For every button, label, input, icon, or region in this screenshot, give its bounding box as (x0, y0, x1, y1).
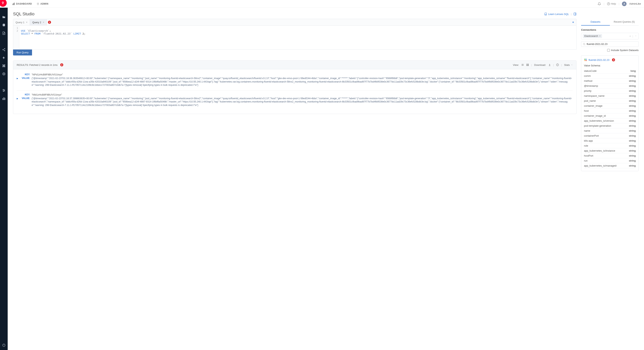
share-icon[interactable] (2, 48, 6, 52)
download-icon[interactable] (548, 64, 551, 66)
document-icon[interactable] (2, 32, 6, 35)
info-icon[interactable] (556, 64, 559, 66)
search-input[interactable] (587, 43, 637, 46)
tab-label: Query 2 (32, 21, 41, 24)
svg-point-20 (3, 91, 4, 92)
schema-row: app_kubernetes_io/instancestring (584, 148, 636, 153)
schema-row: app_kubernetes_io/managed-string (584, 163, 636, 168)
txt: * (30, 32, 34, 35)
puzzle-icon[interactable] (2, 64, 6, 68)
punct: ; (50, 29, 51, 32)
expand-icon[interactable]: ▶ (17, 77, 18, 80)
database-icon[interactable] (2, 24, 6, 27)
schema-type: string (629, 154, 636, 157)
expand-icon[interactable]: ▶ (17, 98, 18, 100)
schema-row: runstring (584, 158, 636, 163)
schema-field: comm (584, 75, 591, 77)
record-value: {"@timestamp":"2021-02-23T01:16:37.39986… (32, 97, 573, 107)
tab-badge: 1 (48, 21, 51, 24)
add-tab-button[interactable]: + (570, 19, 576, 26)
schema-row: containerPortstring (584, 133, 636, 138)
sql-editor[interactable]: 1 2 USE `Elasticsearch`; SELECT * FROM `… (13, 26, 576, 50)
view-label: View: (513, 64, 519, 66)
target-icon[interactable] (2, 72, 6, 76)
svg-point-11 (2, 49, 4, 50)
divider: | (632, 35, 633, 38)
schema-row: methodstring (584, 79, 636, 84)
help-link[interactable]: Help (607, 2, 616, 5)
chevron-down-icon[interactable] (634, 35, 637, 38)
results-badge: 2 (60, 63, 63, 66)
result-record: KEY: "NPd1zHcB8F8BUVG1tnyx" ▶ VALUE: {"@… (17, 70, 573, 91)
stats-dropdown[interactable]: Stats (564, 64, 573, 66)
page-title: SQL Studio (13, 12, 34, 17)
svg-rect-31 (527, 64, 528, 65)
include-system-checkbox[interactable] (607, 49, 610, 52)
svg-point-37 (558, 64, 558, 65)
run-query-button[interactable]: Run Query (13, 50, 32, 56)
nav-admin-label: ADMIN (40, 3, 48, 5)
sliders-icon[interactable] (2, 89, 6, 92)
kw: FROM (34, 32, 40, 35)
schema-list: statusCodelongcommstringmethodstring@tim… (584, 69, 636, 168)
close-icon[interactable]: × (26, 21, 28, 24)
tab-recent-queries[interactable]: Recent Queries (5) (610, 19, 639, 26)
svg-rect-33 (527, 65, 528, 66)
app-logo[interactable] (0, 0, 7, 7)
notifications-icon[interactable] (598, 2, 601, 6)
kw: SELECT (21, 32, 30, 35)
schema-type: string (629, 119, 636, 122)
left-rail (0, 8, 8, 350)
close-icon[interactable]: × (43, 21, 44, 24)
connection-chip[interactable]: Elasticsearch × (583, 34, 602, 38)
schema-type: string (629, 89, 636, 92)
connections-label: Connections (581, 29, 639, 31)
dataset-search[interactable] (581, 41, 639, 47)
divider: | (531, 64, 532, 66)
schema-row: pod-template-generationstring (584, 123, 636, 128)
clear-icon[interactable]: × (630, 35, 631, 38)
schema-field: containerPort (584, 134, 599, 137)
schema-row: prioritystring (584, 89, 636, 94)
view-list-icon[interactable] (521, 64, 524, 66)
schema-row: statusCodelong (584, 69, 636, 74)
tab-query-1[interactable]: Query 1 × (13, 19, 30, 25)
schema-row: @timestampstring (584, 84, 636, 89)
view-grid-icon[interactable] (526, 64, 529, 66)
schema-type: string (629, 114, 636, 117)
user-avatar[interactable]: A (622, 2, 626, 6)
schema-type: string (629, 164, 636, 167)
tab-datasets[interactable]: Datasets (581, 19, 610, 26)
dataset-type-icon (584, 58, 587, 61)
svg-point-42 (584, 60, 585, 61)
connections-box[interactable]: Elasticsearch × × | (581, 33, 639, 39)
dataset-name[interactable]: fluentd-2021.02.23 (588, 59, 609, 61)
schema-type: string (629, 104, 636, 107)
schema-field: pod_name (584, 99, 596, 102)
schema-type: string (629, 139, 636, 142)
lightning-icon[interactable] (2, 56, 6, 60)
nav-admin[interactable]: ADMIN (37, 3, 48, 5)
schema-row: app_kubernetes_io/versionstring (584, 118, 636, 123)
svg-point-10 (4, 48, 5, 49)
record-key-value: "NPd1zHcB8F8BUVG1tnyx" (32, 73, 63, 76)
user-name[interactable]: AdminLike (629, 2, 641, 5)
chart-icon[interactable] (2, 97, 6, 100)
txt: 2 (81, 32, 84, 35)
chip-remove-icon[interactable]: × (599, 35, 600, 38)
schema-field: app_kubernetes_io/instance (584, 149, 615, 152)
code-content[interactable]: USE `Elasticsearch`; SELECT * FROM `flue… (19, 26, 87, 49)
include-system-row[interactable]: Include System Datasets (581, 49, 639, 52)
nav-dashboard[interactable]: DASHBOARD (12, 3, 32, 5)
svg-rect-3 (14, 3, 14, 5)
svg-point-4 (38, 4, 38, 4)
tab-query-2[interactable]: Query 2 × (30, 19, 46, 25)
schema-row: container_image_idstring (584, 113, 636, 118)
schema-field: @timestamp (584, 84, 598, 87)
power-icon[interactable] (2, 343, 6, 347)
learn-link[interactable]: Learn Lenses SQL (544, 13, 569, 16)
line-number: 1 (13, 27, 18, 29)
folder-icon[interactable] (2, 15, 6, 19)
download-label: Download: (534, 64, 546, 66)
panel-toggle-icon[interactable] (574, 13, 576, 16)
